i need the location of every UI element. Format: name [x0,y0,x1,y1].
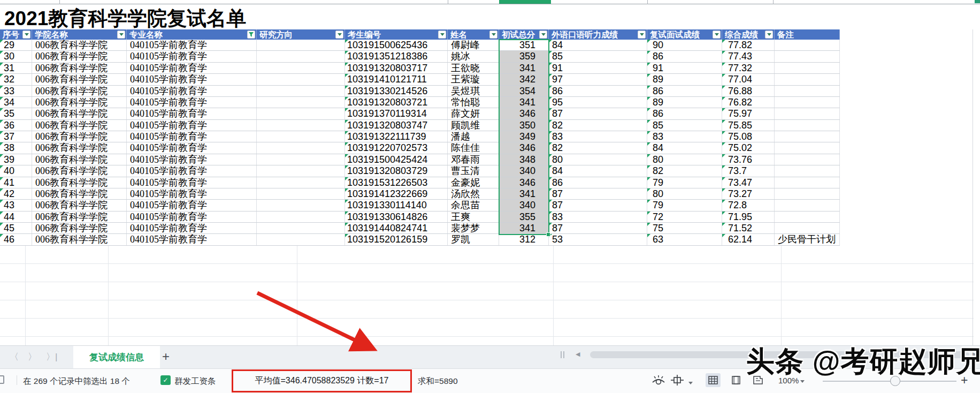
cell-major[interactable]: 040105学前教育学 [127,108,257,119]
sheet-nav-next-button[interactable]: 〉 [28,351,37,363]
cell-direction[interactable] [257,120,345,131]
cell-overall-score[interactable]: 77.82 [722,40,775,50]
cell-initial-score[interactable]: 354 [499,86,549,96]
cell-overall-score[interactable]: 71.95 [722,211,775,222]
fit-view-icon[interactable] [671,375,693,388]
header-interview-score[interactable]: 复试面试成绩 [647,29,722,40]
cell-name[interactable]: 王爽 [448,211,499,222]
cell-major[interactable]: 040105学前教育学 [127,165,257,176]
cell-overall-score[interactable]: 62.14 [722,234,775,245]
cell-remark[interactable] [775,63,840,73]
cell-college[interactable]: 006教育科学学院 [32,154,127,165]
cell-major[interactable]: 040105学前教育学 [127,177,257,188]
normal-view-button[interactable] [706,373,721,387]
cell-overall-score[interactable]: 73.47 [722,177,775,188]
cell-remark[interactable] [775,51,840,62]
cell-initial-score[interactable]: 346 [499,177,549,188]
cell-overall-score[interactable]: 75.02 [722,142,775,153]
payroll-link[interactable]: 群发工资条 [174,376,216,387]
cell-interview-score[interactable]: 72 [647,211,722,222]
filter-dropdown-button[interactable] [638,31,646,39]
cell-interview-score[interactable]: 86 [647,108,722,119]
cell-college[interactable]: 006教育科学学院 [32,223,127,233]
cell-no[interactable]: 36 [0,120,32,131]
cell-name[interactable]: 潘越 [448,131,499,142]
payroll-check-icon[interactable]: ✓ [160,375,171,385]
cell-overall-score[interactable]: 72.8 [722,200,775,210]
filter-dropdown-button[interactable] [713,31,721,39]
cell-name[interactable]: 王欲晓 [448,63,499,73]
cell-initial-score[interactable]: 350 [499,120,549,131]
cell-direction[interactable] [257,211,345,222]
filter-dropdown-button[interactable] [765,31,773,39]
cell-college[interactable]: 006教育科学学院 [32,40,127,50]
cell-college[interactable]: 006教育科学学院 [32,108,127,119]
cell-candidate-no[interactable]: 103191520126159 [345,234,448,245]
cell-name[interactable]: 常怡聪 [448,97,499,108]
cell-remark[interactable] [775,86,840,96]
cell-direction[interactable] [257,223,345,233]
cell-major[interactable]: 040105学前教育学 [127,188,257,199]
cell-no[interactable]: 31 [0,63,32,73]
reading-mode-eye-icon[interactable] [652,375,665,388]
sheet-nav-prev-button[interactable]: 〈 [10,351,19,363]
cell-overall-score[interactable]: 76.82 [722,97,775,108]
cell-initial-score[interactable]: 340 [499,200,549,210]
cell-college[interactable]: 006教育科学学院 [32,200,127,210]
cell-initial-score[interactable]: 341 [499,223,549,233]
cell-overall-score[interactable]: 77.43 [722,51,775,62]
cell-no[interactable]: 38 [0,142,32,153]
cell-interview-score[interactable]: 63 [647,234,722,245]
cell-overall-score[interactable]: 77.04 [722,74,775,85]
cell-interview-score[interactable]: 75 [647,223,722,233]
cell-college[interactable]: 006教育科学学院 [32,188,127,199]
cell-major[interactable]: 040105学前教育学 [127,97,257,108]
cell-interview-score[interactable]: 89 [647,97,722,108]
cell-name[interactable]: 傅尉峰 [448,40,499,50]
cell-oral-score[interactable]: 80 [549,154,647,165]
cell-remark[interactable] [775,74,840,85]
cell-oral-score[interactable]: 84 [549,40,647,50]
cell-initial-score[interactable]: 355 [499,211,549,222]
header-major[interactable]: 专业名称 [127,29,257,40]
scroll-left-arrow-icon[interactable]: ◀ [576,351,580,358]
cell-name[interactable]: 金豪妮 [448,177,499,188]
cell-initial-score[interactable]: 348 [499,154,549,165]
filter-dropdown-button[interactable] [539,31,547,39]
header-no[interactable]: 序号 [0,29,32,40]
cell-direction[interactable] [257,142,345,153]
cell-initial-score[interactable]: 340 [499,165,549,176]
cell-remark[interactable]: 少民骨干计划 [775,234,840,245]
cell-college[interactable]: 006教育科学学院 [32,234,127,245]
cell-overall-score[interactable]: 77.32 [722,63,775,73]
cell-overall-score[interactable]: 73.27 [722,188,775,199]
cell-initial-score[interactable]: 346 [499,142,549,153]
cell-college[interactable]: 006教育科学学院 [32,51,127,62]
cell-candidate-no[interactable]: 103191320803721 [345,97,448,108]
cell-interview-score[interactable]: 83 [647,131,722,142]
add-sheet-button[interactable]: + [162,349,170,364]
cell-remark[interactable] [775,154,840,165]
cell-name[interactable]: 曹玉清 [448,165,499,176]
cell-college[interactable]: 006教育科学学院 [32,131,127,142]
cell-college[interactable]: 006教育科学学院 [32,74,127,85]
selection-fill-handle[interactable] [546,232,550,237]
cell-interview-score[interactable]: 84 [647,142,722,153]
filter-dropdown-button[interactable] [489,31,497,39]
cell-no[interactable]: 44 [0,211,32,222]
filter-funnel-button[interactable] [247,31,255,39]
cell-initial-score[interactable]: 359 [499,51,549,62]
cell-candidate-no[interactable]: 103191330114140 [345,200,448,210]
cell-remark[interactable] [775,97,840,108]
cell-no[interactable]: 40 [0,165,32,176]
cell-remark[interactable] [775,177,840,188]
cell-candidate-no[interactable]: 103191531226503 [345,177,448,188]
cell-initial-score[interactable]: 312 [499,234,549,245]
cell-no[interactable]: 32 [0,74,32,85]
cell-remark[interactable] [775,108,840,119]
cell-no[interactable]: 29 [0,40,32,50]
cell-college[interactable]: 006教育科学学院 [32,142,127,153]
cell-college[interactable]: 006教育科学学院 [32,177,127,188]
cell-oral-score[interactable]: 53 [549,234,647,245]
cell-initial-score[interactable]: 341 [499,97,549,108]
